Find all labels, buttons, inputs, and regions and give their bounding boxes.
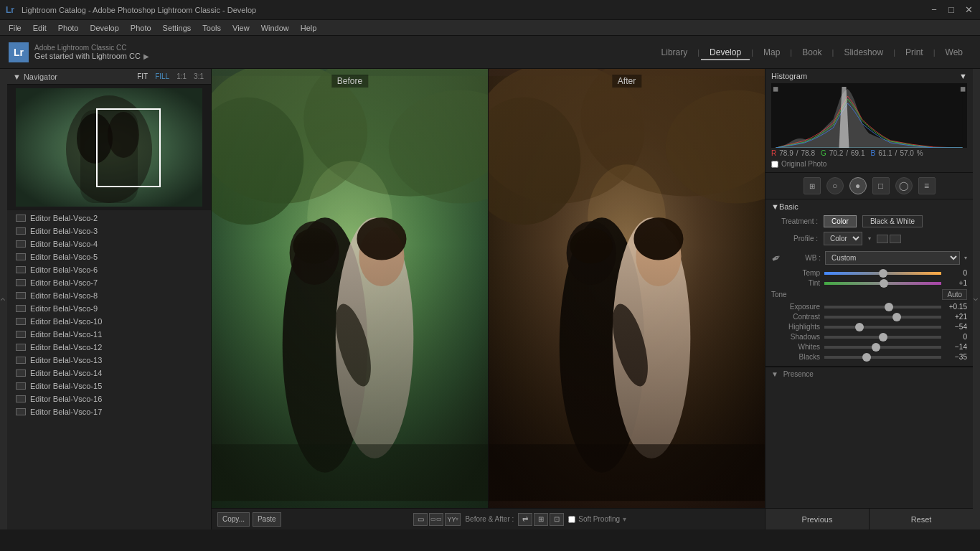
menu-tools[interactable]: Tools [197, 22, 227, 34]
shadows-slider-thumb[interactable] [879, 333, 887, 342]
zoom-1-1[interactable]: 1:1 [175, 72, 188, 81]
crop-icon[interactable]: ⊡ [550, 513, 564, 526]
preset-item-4[interactable]: Editor Belal-Vsco-4 [7, 237, 211, 250]
side-by-side-icon[interactable]: ▭▭ [429, 513, 443, 526]
blacks-slider-track[interactable] [824, 356, 941, 359]
maximize-button[interactable]: □ [946, 4, 957, 16]
preset-item-8[interactable]: Editor Belal-Vsco-8 [7, 289, 211, 302]
temp-slider-thumb[interactable] [879, 269, 887, 278]
treatment-label: Treatment : [771, 217, 818, 225]
left-panel-toggle[interactable]: ‹ [0, 69, 7, 529]
nav-slideshow[interactable]: Slideshow [835, 44, 892, 60]
preset-item-11[interactable]: Editor Belal-Vsco-11 [7, 328, 211, 341]
shadow-clipping-icon[interactable]: ◼ [773, 85, 778, 93]
tone-auto-button[interactable]: Auto [942, 289, 967, 300]
preset-item-16[interactable]: Editor Belal-Vsco-16 [7, 392, 211, 405]
tint-slider-track[interactable] [824, 282, 941, 285]
menu-settings[interactable]: Settings [157, 22, 197, 34]
tint-value: +1 [946, 279, 967, 287]
menu-view[interactable]: View [227, 22, 255, 34]
preset-item-6[interactable]: Editor Belal-Vsco-6 [7, 263, 211, 276]
crop-tool-icon[interactable]: ○ [826, 177, 844, 194]
nav-book[interactable]: Book [793, 44, 830, 60]
blacks-slider-thumb[interactable] [862, 353, 871, 362]
spot-removal-icon[interactable]: ● [849, 177, 867, 194]
temp-slider-track[interactable] [824, 272, 941, 275]
preset-item-17[interactable]: Editor Belal-Vsco-17 [7, 405, 211, 418]
whites-slider-track[interactable] [824, 346, 941, 349]
preset-item-5[interactable]: Editor Belal-Vsco-5 [7, 250, 211, 263]
previous-button[interactable]: Previous [765, 509, 870, 529]
menu-file[interactable]: File [3, 22, 27, 34]
contrast-slider-row: Contrast +21 [771, 313, 967, 321]
navigator-collapse-icon[interactable]: ▼ [13, 72, 21, 81]
menu-edit[interactable]: Edit [27, 22, 52, 34]
preset-item-3[interactable]: Editor Belal-Vsco-3 [7, 225, 211, 237]
menu-window[interactable]: Window [255, 22, 295, 34]
contrast-slider-track[interactable] [824, 316, 941, 319]
menu-photo[interactable]: Photo [52, 22, 85, 34]
menu-develop[interactable]: Develop [84, 22, 124, 34]
color-treatment-button[interactable]: Color [824, 215, 857, 227]
bw-treatment-button[interactable]: Black & White [862, 215, 923, 227]
nav-library[interactable]: Library [653, 44, 697, 60]
reset-button[interactable]: Reset [870, 509, 973, 529]
profile-grid-icon-2[interactable] [890, 235, 901, 243]
original-photo-checkbox[interactable] [771, 161, 778, 168]
nav-web[interactable]: Web [937, 44, 971, 60]
sliders-icon[interactable]: ≡ [918, 177, 936, 194]
preset-item-7[interactable]: Editor Belal-Vsco-7 [7, 276, 211, 289]
preset-item-12[interactable]: Editor Belal-Vsco-12 [7, 341, 211, 354]
profile-select[interactable]: Color [824, 232, 862, 245]
zoom-fit[interactable]: FIT [136, 72, 149, 81]
exposure-slider-track[interactable] [824, 306, 941, 309]
shadows-slider-track[interactable] [824, 336, 941, 339]
preset-item-10[interactable]: Editor Belal-Vsco-10 [7, 315, 211, 328]
profile-grid-icon-1[interactable] [877, 235, 888, 243]
preset-item-13[interactable]: Editor Belal-Vsco-13 [7, 354, 211, 367]
copy-settings-icon[interactable]: ⊞ [534, 513, 548, 526]
right-panel-toggle[interactable]: › [973, 69, 980, 529]
before-photo-svg [212, 69, 488, 508]
exposure-slider-thumb[interactable] [885, 303, 893, 311]
soft-proof-dropdown[interactable]: ▾ [623, 515, 626, 523]
nav-print[interactable]: Print [897, 44, 932, 60]
histogram-collapse-icon[interactable]: ▼ [959, 72, 967, 80]
minimize-button[interactable]: − [928, 4, 940, 16]
swap-before-after-icon[interactable]: ⇄ [518, 513, 532, 526]
menu-help[interactable]: Help [295, 22, 323, 34]
preset-item-2[interactable]: Editor Belal-Vsco-2 [7, 212, 211, 225]
whites-slider-thumb[interactable] [872, 343, 880, 352]
basic-collapse-icon[interactable]: ▼ [771, 202, 779, 211]
highlight-clipping-icon[interactable]: ◼ [960, 85, 966, 93]
shadows-value: 0 [946, 333, 967, 341]
preset-item-14[interactable]: Editor Belal-Vsco-14 [7, 367, 211, 380]
wb-eyedropper-icon[interactable]: ✒ [768, 250, 783, 266]
grid-tool-icon[interactable]: ⊞ [804, 177, 821, 194]
highlights-slider-thumb[interactable] [855, 323, 864, 331]
single-view-icon[interactable]: ▭ [413, 513, 428, 526]
wb-select[interactable]: Custom As Shot Auto Daylight Cloudy Shad… [825, 251, 960, 265]
blacks-value: −35 [946, 353, 967, 361]
navigator-thumbnail [16, 88, 202, 207]
tint-slider-thumb[interactable] [880, 279, 888, 288]
graduated-filter-icon[interactable]: ◯ [895, 177, 913, 194]
nav-develop[interactable]: Develop [701, 44, 750, 60]
y-y-control[interactable]: YY ▾ [445, 513, 461, 526]
copy-button[interactable]: Copy... [217, 512, 250, 527]
preset-item-9[interactable]: Editor Belal-Vsco-9 [7, 302, 211, 315]
paste-button[interactable]: Paste [253, 512, 281, 527]
preset-item-15[interactable]: Editor Belal-Vsco-15 [7, 380, 211, 392]
nav-map[interactable]: Map [755, 44, 788, 60]
close-button[interactable]: ✕ [963, 4, 974, 16]
highlights-slider-track[interactable] [824, 326, 941, 329]
zoom-fill[interactable]: FILL [154, 72, 171, 81]
svg-point-9 [389, 90, 488, 204]
contrast-slider-thumb[interactable] [892, 313, 901, 321]
presence-collapse-icon[interactable]: ▼ [771, 370, 778, 378]
zoom-3-1[interactable]: 3:1 [192, 72, 205, 81]
soft-proof-checkbox[interactable] [568, 516, 575, 523]
adjustment-brush-icon[interactable]: □ [872, 177, 890, 194]
tone-header: Tone Auto [771, 289, 967, 300]
menu-photo2[interactable]: Photo [125, 22, 157, 34]
